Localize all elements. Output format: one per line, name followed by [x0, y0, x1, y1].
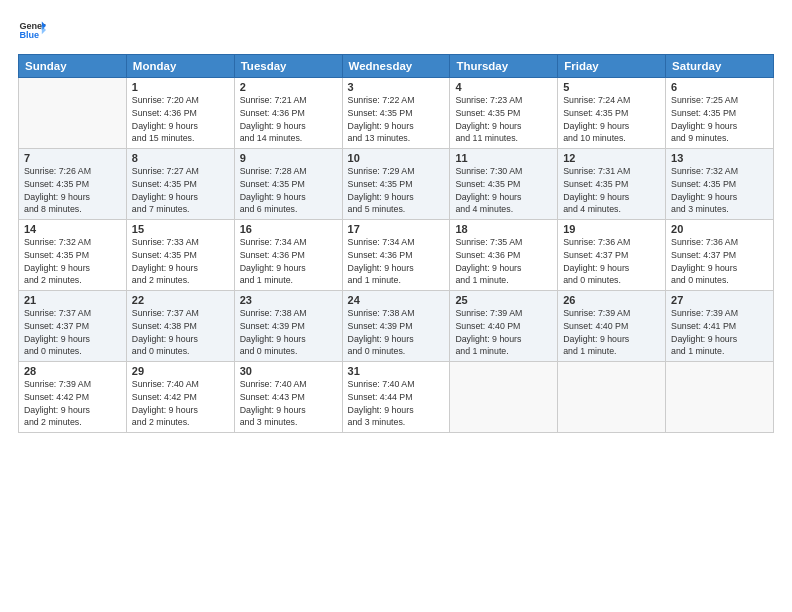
calendar-cell: 7Sunrise: 7:26 AM Sunset: 4:35 PM Daylig… [19, 149, 127, 220]
day-number: 9 [240, 152, 337, 164]
calendar-cell: 16Sunrise: 7:34 AM Sunset: 4:36 PM Dayli… [234, 220, 342, 291]
day-number: 7 [24, 152, 121, 164]
calendar-cell: 20Sunrise: 7:36 AM Sunset: 4:37 PM Dayli… [666, 220, 774, 291]
calendar-cell: 25Sunrise: 7:39 AM Sunset: 4:40 PM Dayli… [450, 291, 558, 362]
day-detail: Sunrise: 7:38 AM Sunset: 4:39 PM Dayligh… [348, 307, 445, 358]
calendar-cell: 2Sunrise: 7:21 AM Sunset: 4:36 PM Daylig… [234, 78, 342, 149]
calendar-week-4: 21Sunrise: 7:37 AM Sunset: 4:37 PM Dayli… [19, 291, 774, 362]
day-detail: Sunrise: 7:21 AM Sunset: 4:36 PM Dayligh… [240, 94, 337, 145]
day-detail: Sunrise: 7:37 AM Sunset: 4:38 PM Dayligh… [132, 307, 229, 358]
day-number: 27 [671, 294, 768, 306]
day-detail: Sunrise: 7:39 AM Sunset: 4:41 PM Dayligh… [671, 307, 768, 358]
day-number: 28 [24, 365, 121, 377]
day-number: 14 [24, 223, 121, 235]
day-detail: Sunrise: 7:29 AM Sunset: 4:35 PM Dayligh… [348, 165, 445, 216]
day-header-sunday: Sunday [19, 55, 127, 78]
calendar-cell: 28Sunrise: 7:39 AM Sunset: 4:42 PM Dayli… [19, 362, 127, 433]
day-number: 21 [24, 294, 121, 306]
day-number: 30 [240, 365, 337, 377]
day-header-monday: Monday [126, 55, 234, 78]
day-detail: Sunrise: 7:36 AM Sunset: 4:37 PM Dayligh… [671, 236, 768, 287]
day-detail: Sunrise: 7:32 AM Sunset: 4:35 PM Dayligh… [24, 236, 121, 287]
calendar-cell: 11Sunrise: 7:30 AM Sunset: 4:35 PM Dayli… [450, 149, 558, 220]
calendar-cell: 12Sunrise: 7:31 AM Sunset: 4:35 PM Dayli… [558, 149, 666, 220]
day-number: 24 [348, 294, 445, 306]
day-detail: Sunrise: 7:31 AM Sunset: 4:35 PM Dayligh… [563, 165, 660, 216]
calendar-week-3: 14Sunrise: 7:32 AM Sunset: 4:35 PM Dayli… [19, 220, 774, 291]
calendar-cell: 10Sunrise: 7:29 AM Sunset: 4:35 PM Dayli… [342, 149, 450, 220]
day-number: 8 [132, 152, 229, 164]
day-detail: Sunrise: 7:32 AM Sunset: 4:35 PM Dayligh… [671, 165, 768, 216]
calendar-cell: 13Sunrise: 7:32 AM Sunset: 4:35 PM Dayli… [666, 149, 774, 220]
day-number: 11 [455, 152, 552, 164]
day-number: 3 [348, 81, 445, 93]
day-number: 31 [348, 365, 445, 377]
calendar-cell: 14Sunrise: 7:32 AM Sunset: 4:35 PM Dayli… [19, 220, 127, 291]
calendar-cell: 6Sunrise: 7:25 AM Sunset: 4:35 PM Daylig… [666, 78, 774, 149]
day-detail: Sunrise: 7:40 AM Sunset: 4:42 PM Dayligh… [132, 378, 229, 429]
day-detail: Sunrise: 7:33 AM Sunset: 4:35 PM Dayligh… [132, 236, 229, 287]
calendar-cell: 17Sunrise: 7:34 AM Sunset: 4:36 PM Dayli… [342, 220, 450, 291]
day-detail: Sunrise: 7:30 AM Sunset: 4:35 PM Dayligh… [455, 165, 552, 216]
day-number: 18 [455, 223, 552, 235]
day-number: 13 [671, 152, 768, 164]
day-header-saturday: Saturday [666, 55, 774, 78]
day-number: 23 [240, 294, 337, 306]
day-detail: Sunrise: 7:25 AM Sunset: 4:35 PM Dayligh… [671, 94, 768, 145]
day-header-thursday: Thursday [450, 55, 558, 78]
day-detail: Sunrise: 7:39 AM Sunset: 4:40 PM Dayligh… [455, 307, 552, 358]
calendar-cell: 15Sunrise: 7:33 AM Sunset: 4:35 PM Dayli… [126, 220, 234, 291]
calendar-cell: 1Sunrise: 7:20 AM Sunset: 4:36 PM Daylig… [126, 78, 234, 149]
day-detail: Sunrise: 7:39 AM Sunset: 4:40 PM Dayligh… [563, 307, 660, 358]
day-detail: Sunrise: 7:26 AM Sunset: 4:35 PM Dayligh… [24, 165, 121, 216]
calendar-cell: 5Sunrise: 7:24 AM Sunset: 4:35 PM Daylig… [558, 78, 666, 149]
day-detail: Sunrise: 7:35 AM Sunset: 4:36 PM Dayligh… [455, 236, 552, 287]
day-number: 2 [240, 81, 337, 93]
day-header-tuesday: Tuesday [234, 55, 342, 78]
logo: General Blue [18, 16, 46, 44]
calendar-cell: 27Sunrise: 7:39 AM Sunset: 4:41 PM Dayli… [666, 291, 774, 362]
day-detail: Sunrise: 7:24 AM Sunset: 4:35 PM Dayligh… [563, 94, 660, 145]
day-number: 26 [563, 294, 660, 306]
calendar-header-row: SundayMondayTuesdayWednesdayThursdayFrid… [19, 55, 774, 78]
calendar-cell: 9Sunrise: 7:28 AM Sunset: 4:35 PM Daylig… [234, 149, 342, 220]
calendar-cell: 29Sunrise: 7:40 AM Sunset: 4:42 PM Dayli… [126, 362, 234, 433]
calendar-cell [558, 362, 666, 433]
day-detail: Sunrise: 7:37 AM Sunset: 4:37 PM Dayligh… [24, 307, 121, 358]
day-number: 1 [132, 81, 229, 93]
calendar-cell: 21Sunrise: 7:37 AM Sunset: 4:37 PM Dayli… [19, 291, 127, 362]
calendar-cell: 22Sunrise: 7:37 AM Sunset: 4:38 PM Dayli… [126, 291, 234, 362]
day-detail: Sunrise: 7:23 AM Sunset: 4:35 PM Dayligh… [455, 94, 552, 145]
logo-icon: General Blue [18, 16, 46, 44]
day-number: 25 [455, 294, 552, 306]
calendar-cell: 30Sunrise: 7:40 AM Sunset: 4:43 PM Dayli… [234, 362, 342, 433]
calendar-cell [19, 78, 127, 149]
day-detail: Sunrise: 7:27 AM Sunset: 4:35 PM Dayligh… [132, 165, 229, 216]
calendar-week-5: 28Sunrise: 7:39 AM Sunset: 4:42 PM Dayli… [19, 362, 774, 433]
day-number: 19 [563, 223, 660, 235]
day-detail: Sunrise: 7:39 AM Sunset: 4:42 PM Dayligh… [24, 378, 121, 429]
calendar-cell: 4Sunrise: 7:23 AM Sunset: 4:35 PM Daylig… [450, 78, 558, 149]
day-header-wednesday: Wednesday [342, 55, 450, 78]
day-number: 6 [671, 81, 768, 93]
day-detail: Sunrise: 7:20 AM Sunset: 4:36 PM Dayligh… [132, 94, 229, 145]
day-number: 10 [348, 152, 445, 164]
day-detail: Sunrise: 7:38 AM Sunset: 4:39 PM Dayligh… [240, 307, 337, 358]
calendar: SundayMondayTuesdayWednesdayThursdayFrid… [18, 54, 774, 433]
page: General Blue SundayMondayTuesdayWednesda… [0, 0, 792, 612]
day-detail: Sunrise: 7:34 AM Sunset: 4:36 PM Dayligh… [348, 236, 445, 287]
day-number: 4 [455, 81, 552, 93]
calendar-cell: 31Sunrise: 7:40 AM Sunset: 4:44 PM Dayli… [342, 362, 450, 433]
calendar-cell [450, 362, 558, 433]
day-number: 15 [132, 223, 229, 235]
day-detail: Sunrise: 7:28 AM Sunset: 4:35 PM Dayligh… [240, 165, 337, 216]
day-detail: Sunrise: 7:40 AM Sunset: 4:44 PM Dayligh… [348, 378, 445, 429]
day-number: 16 [240, 223, 337, 235]
day-detail: Sunrise: 7:34 AM Sunset: 4:36 PM Dayligh… [240, 236, 337, 287]
calendar-cell: 8Sunrise: 7:27 AM Sunset: 4:35 PM Daylig… [126, 149, 234, 220]
calendar-cell: 3Sunrise: 7:22 AM Sunset: 4:35 PM Daylig… [342, 78, 450, 149]
day-number: 5 [563, 81, 660, 93]
calendar-week-2: 7Sunrise: 7:26 AM Sunset: 4:35 PM Daylig… [19, 149, 774, 220]
calendar-cell: 23Sunrise: 7:38 AM Sunset: 4:39 PM Dayli… [234, 291, 342, 362]
calendar-cell: 19Sunrise: 7:36 AM Sunset: 4:37 PM Dayli… [558, 220, 666, 291]
